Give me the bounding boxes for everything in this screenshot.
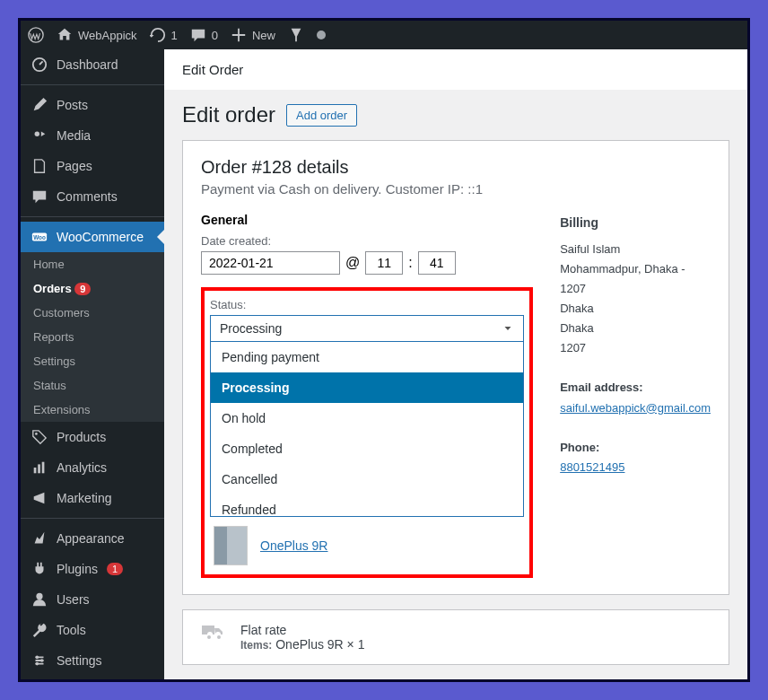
svg-text:Woo: Woo: [33, 234, 46, 241]
page-tab: Edit Order: [164, 49, 747, 90]
submenu-customers[interactable]: Customers: [21, 301, 164, 325]
shipping-panel: Flat rate Items: OnePlus 9R × 1: [182, 609, 729, 665]
product-thumbnail: [214, 526, 248, 565]
at-symbol: @: [345, 255, 360, 271]
status-option-refunded[interactable]: Refunded: [211, 494, 523, 517]
menu-settings[interactable]: Settings: [21, 645, 164, 676]
admin-sidebar: Dashboard Posts Media Pages Comments Woo…: [21, 49, 164, 679]
status-option-onhold[interactable]: On hold: [211, 403, 523, 433]
billing-column: Billing Saiful Islam Mohammadpur, Dhaka …: [560, 213, 711, 578]
submenu-home[interactable]: Home: [21, 252, 164, 276]
orders-badge: 9: [74, 283, 91, 295]
order-panel: Order #128 details Payment via Cash on d…: [182, 140, 729, 595]
status-option-cancelled[interactable]: Cancelled: [211, 464, 523, 494]
svg-rect-6: [34, 468, 37, 473]
status-dot: [317, 31, 326, 39]
billing-addr2: Dhaka: [560, 299, 711, 319]
svg-point-10: [36, 656, 39, 660]
chevron-down-icon: [502, 322, 514, 335]
items-value: OnePlus 9R × 1: [275, 637, 364, 652]
updates-link[interactable]: 1: [150, 27, 178, 43]
status-dropdown: Pending payment Processing On hold Compl…: [210, 342, 524, 517]
wp-logo[interactable]: [28, 27, 44, 43]
product-link[interactable]: OnePlus 9R: [260, 538, 327, 553]
billing-addr3: Dhaka: [560, 319, 711, 338]
svg-point-12: [36, 662, 39, 666]
status-highlight: Status: Processing Pending payment Proce…: [201, 287, 533, 578]
status-select[interactable]: Processing: [210, 315, 524, 342]
menu-products[interactable]: Products: [21, 422, 164, 452]
product-row: OnePlus 9R: [210, 526, 524, 565]
page-title: Edit order: [182, 102, 275, 127]
order-title: Order #128 details: [201, 157, 711, 178]
date-input[interactable]: [201, 251, 340, 275]
menu-users[interactable]: Users: [21, 584, 164, 615]
woocommerce-submenu: Home Orders 9 Customers Reports Settings…: [21, 252, 164, 422]
submenu-settings[interactable]: Settings: [21, 349, 164, 373]
site-link[interactable]: WebAppick: [57, 27, 137, 43]
phone-label: Phone:: [560, 441, 599, 454]
billing-name: Saiful Islam: [560, 240, 711, 259]
menu-comments[interactable]: Comments: [21, 181, 164, 212]
status-option-processing[interactable]: Processing: [211, 372, 523, 403]
truck-icon: [201, 623, 224, 641]
svg-point-5: [35, 433, 38, 435]
menu-analytics[interactable]: Analytics: [21, 452, 164, 483]
svg-point-11: [40, 659, 44, 662]
submenu-status[interactable]: Status: [21, 373, 164, 398]
status-value: Processing: [220, 321, 282, 336]
items-label: Items:: [240, 639, 272, 652]
menu-woocommerce[interactable]: WooWooCommerce: [21, 222, 164, 252]
minute-input[interactable]: [418, 251, 456, 275]
yoast-icon[interactable]: [288, 27, 304, 43]
status-label: Status:: [210, 298, 524, 311]
submenu-extensions[interactable]: Extensions: [21, 398, 164, 422]
svg-point-9: [36, 593, 42, 599]
menu-posts[interactable]: Posts: [21, 90, 164, 120]
svg-rect-8: [42, 462, 45, 474]
menu-media[interactable]: Media: [21, 120, 164, 151]
time-separator: :: [408, 255, 412, 271]
billing-addr4: 1207: [560, 338, 711, 358]
submenu-reports[interactable]: Reports: [21, 325, 164, 349]
new-link[interactable]: New: [231, 27, 275, 43]
email-label: Email address:: [560, 381, 643, 394]
payment-info: Payment via Cash on delivery. Customer I…: [201, 181, 711, 197]
status-option-completed[interactable]: Completed: [211, 433, 523, 464]
menu-pages[interactable]: Pages: [21, 151, 164, 181]
date-label: Date created:: [201, 234, 533, 248]
billing-heading: Billing: [560, 213, 711, 234]
add-order-button[interactable]: Add order: [286, 104, 357, 127]
hour-input[interactable]: [365, 251, 403, 275]
menu-dashboard[interactable]: Dashboard: [21, 49, 164, 80]
admin-toolbar: WebAppick 1 0 New: [21, 21, 747, 49]
svg-rect-7: [38, 464, 40, 473]
general-heading: General: [201, 213, 533, 227]
menu-marketing[interactable]: Marketing: [21, 483, 164, 513]
submenu-orders[interactable]: Orders 9: [21, 276, 164, 301]
billing-phone[interactable]: 8801521495: [560, 460, 624, 474]
status-option-pending[interactable]: Pending payment: [211, 342, 523, 372]
menu-plugins[interactable]: Plugins 1: [21, 554, 164, 584]
billing-addr1: Mohammadpur, Dhaka - 1207: [560, 259, 711, 299]
billing-email[interactable]: saiful.webappick@gmail.com: [560, 401, 711, 415]
main-content: Edit Order Edit order Add order Order #1…: [164, 49, 747, 679]
menu-appearance[interactable]: Appearance: [21, 523, 164, 554]
svg-point-2: [35, 132, 39, 136]
menu-tools[interactable]: Tools: [21, 615, 164, 645]
comments-link[interactable]: 0: [190, 27, 218, 43]
shipping-method: Flat rate: [240, 623, 364, 637]
plugins-badge: 1: [107, 563, 123, 575]
